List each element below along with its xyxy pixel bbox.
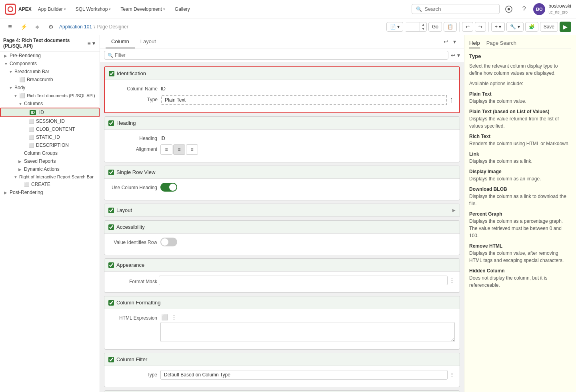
panel-content: Identification Column Name ID Type Plain… bbox=[100, 62, 464, 392]
panel-collapse-button[interactable]: ↩ bbox=[441, 38, 451, 46]
section-single-row-view-header[interactable]: Single Row View bbox=[104, 166, 460, 179]
notifications-button[interactable] bbox=[503, 3, 515, 15]
sidebar-item-search-bar-right[interactable]: ▼ Right of Interactive Report Search Bar bbox=[0, 173, 100, 180]
sidebar-item-saved-reports[interactable]: ▶ Saved Reports bbox=[0, 157, 100, 165]
section-appearance-header[interactable]: Appearance bbox=[104, 259, 460, 272]
nav-app-builder[interactable]: App Builder ▾ bbox=[35, 5, 69, 14]
section-appearance-body: Format Mask ⋮ bbox=[104, 272, 460, 292]
sidebar-item-body[interactable]: ▼ Body bbox=[0, 84, 100, 92]
undo-button[interactable]: ↩ bbox=[462, 22, 473, 32]
html-expr-expand-icon[interactable]: ⬜ bbox=[160, 313, 169, 321]
section-layout-checkbox[interactable] bbox=[108, 208, 114, 213]
toggle-sidebar-button[interactable]: ≡ bbox=[5, 22, 15, 32]
lightning-button[interactable]: ⚡ bbox=[18, 22, 29, 32]
section-identification-header[interactable]: Identification bbox=[105, 67, 459, 80]
section-heading-header[interactable]: Heading bbox=[104, 117, 460, 130]
type-menu-icon[interactable]: ⋮ bbox=[449, 97, 454, 103]
sidebar-item-column-groups[interactable]: Column Groups bbox=[0, 149, 100, 157]
section-single-row-view-checkbox[interactable] bbox=[108, 170, 114, 175]
sidebar: Page 4: Rich Text documents (PL/SQL API)… bbox=[0, 35, 100, 392]
sidebar-item-components[interactable]: ▼ Components bbox=[0, 60, 100, 68]
user-avatar[interactable]: BO bbox=[533, 3, 545, 15]
type-select[interactable]: Plain Text bbox=[161, 95, 447, 105]
sidebar-item-post-rendering[interactable]: ▶ Post-Rendering bbox=[0, 188, 100, 196]
right-panel-tabs: Help Page Search bbox=[469, 40, 571, 48]
sidebar-item-dynamic-actions[interactable]: ▶ Dynamic Actions bbox=[0, 165, 100, 173]
redo-button[interactable]: ↪ bbox=[475, 22, 486, 32]
section-layout-header[interactable]: ◀ Layout ▶ bbox=[104, 204, 460, 217]
help-item-3: LinkDisplays the column as a link. bbox=[469, 151, 571, 165]
section-column-formatting-checkbox[interactable] bbox=[108, 300, 114, 306]
sidebar-menu-button[interactable]: ≡ ▾ bbox=[86, 38, 96, 48]
align-left-button[interactable]: ≡ bbox=[160, 144, 172, 155]
help-item-8: Hidden ColumnDoes not display the column… bbox=[469, 268, 571, 289]
help-item-desc-4: Displays the column as an image. bbox=[469, 175, 571, 182]
sidebar-item-breadcrumb-bar[interactable]: ▼ Breadcrumb Bar bbox=[0, 68, 100, 76]
filter-type-menu-icon[interactable]: ⋮ bbox=[449, 372, 455, 378]
run-button[interactable]: ▶ bbox=[560, 22, 571, 32]
panel-expand-button[interactable]: ▾ bbox=[451, 38, 458, 46]
tab-page-search[interactable]: Page Search bbox=[486, 40, 516, 48]
section-accessibility-checkbox[interactable] bbox=[108, 224, 114, 230]
add-button[interactable]: + ▾ bbox=[491, 22, 505, 32]
section-identification-checkbox[interactable] bbox=[109, 71, 114, 76]
top-nav: APEX App Builder ▾ SQL Workshop ▾ Team D… bbox=[0, 0, 576, 18]
format-mask-input[interactable] bbox=[159, 276, 448, 285]
sidebar-item-rich-text-docs[interactable]: ▼ ⬜ Rich Text documents (PL/SQL API) bbox=[0, 92, 100, 100]
wrench-button[interactable]: 🔧 ▾ bbox=[506, 22, 523, 32]
page-num-up[interactable]: ▲ bbox=[420, 22, 426, 27]
save-button[interactable]: Save bbox=[540, 22, 558, 32]
help-available-options: Available options include: bbox=[469, 80, 571, 87]
settings-button[interactable]: ⚙ bbox=[46, 22, 56, 32]
sidebar-item-clob-content[interactable]: ⬜ CLOB_CONTENT bbox=[0, 125, 100, 133]
sidebar-item-columns[interactable]: ▼ Columns bbox=[0, 100, 100, 108]
chevron-down-icon: ▼ bbox=[18, 102, 24, 106]
use-column-heading-toggle[interactable] bbox=[160, 183, 177, 192]
tab-help[interactable]: Help bbox=[469, 40, 480, 48]
page-num-down[interactable]: ▼ bbox=[420, 27, 426, 31]
section-heading: Heading Heading ID Alignment ≡ ≡ ≡ bbox=[104, 116, 460, 162]
sidebar-item-create[interactable]: ⬜ CREATE bbox=[0, 180, 100, 188]
filter-options-button[interactable]: ↩ ▾ bbox=[451, 52, 460, 58]
page-number-input[interactable]: 4 bbox=[405, 22, 420, 31]
value-identifies-row-toggle[interactable] bbox=[160, 238, 177, 246]
help-item-desc-6: Displays the column as a percentage grap… bbox=[469, 218, 571, 239]
share-button[interactable]: ⎆ bbox=[32, 22, 42, 32]
html-expr-menu-icon[interactable]: ⋮ bbox=[170, 313, 178, 321]
layout-expand-right-icon[interactable]: ▶ bbox=[452, 208, 456, 212]
sidebar-item-pre-rendering[interactable]: ▶ Pre-Rendering bbox=[0, 52, 100, 60]
section-appearance-checkbox[interactable] bbox=[108, 262, 114, 268]
apex-logo[interactable]: APEX bbox=[5, 4, 32, 15]
sidebar-item-id[interactable]: ID ID bbox=[0, 108, 100, 117]
breadcrumb-icon: ⬜ bbox=[19, 77, 25, 82]
go-button[interactable]: Go bbox=[428, 22, 442, 32]
filter-input[interactable] bbox=[115, 52, 445, 58]
tab-column[interactable]: Column bbox=[106, 35, 135, 48]
align-right-button[interactable]: ≡ bbox=[186, 144, 198, 155]
puzzle-button[interactable]: 🧩 bbox=[525, 22, 538, 32]
section-column-filter-header[interactable]: Column Filter bbox=[104, 353, 460, 366]
form-row-column-name: Column Name ID bbox=[110, 84, 454, 92]
sidebar-item-static-id[interactable]: ⬜ STATIC_ID bbox=[0, 133, 100, 141]
nav-team-dev[interactable]: Team Development ▾ bbox=[117, 5, 168, 14]
html-expression-textarea[interactable] bbox=[160, 322, 455, 342]
help-button[interactable]: ? bbox=[518, 3, 530, 15]
filter-type-select[interactable]: Default Based on Column Type bbox=[160, 370, 448, 380]
tab-layout[interactable]: Layout bbox=[135, 35, 162, 48]
new-page-button[interactable]: 📄 ▾ bbox=[386, 22, 403, 32]
nav-sql-workshop[interactable]: SQL Workshop ▾ bbox=[72, 5, 114, 14]
breadcrumb-app[interactable]: Application 101 bbox=[59, 24, 92, 30]
section-heading-checkbox[interactable] bbox=[108, 120, 114, 126]
sidebar-item-session-id[interactable]: ⬜ SESSION_ID bbox=[0, 117, 100, 125]
section-accessibility-header[interactable]: Accessibility bbox=[104, 221, 460, 234]
align-center-button[interactable]: ≡ bbox=[173, 144, 185, 155]
sidebar-item-description[interactable]: ⬜ DESCRIPTION bbox=[0, 141, 100, 149]
sidebar-item-breadcrumb[interactable]: ⬜ Breadcrumb bbox=[0, 76, 100, 84]
section-column-formatting-header[interactable]: Column Formatting bbox=[104, 296, 460, 309]
clipboard-button[interactable]: 📋 bbox=[444, 22, 457, 32]
format-mask-menu-icon[interactable]: ⋮ bbox=[449, 277, 455, 284]
section-column-filter-checkbox[interactable] bbox=[108, 357, 114, 362]
nav-gallery[interactable]: Gallery bbox=[172, 5, 193, 14]
search-box[interactable]: 🔍 bbox=[412, 4, 500, 14]
search-input[interactable] bbox=[424, 6, 495, 12]
